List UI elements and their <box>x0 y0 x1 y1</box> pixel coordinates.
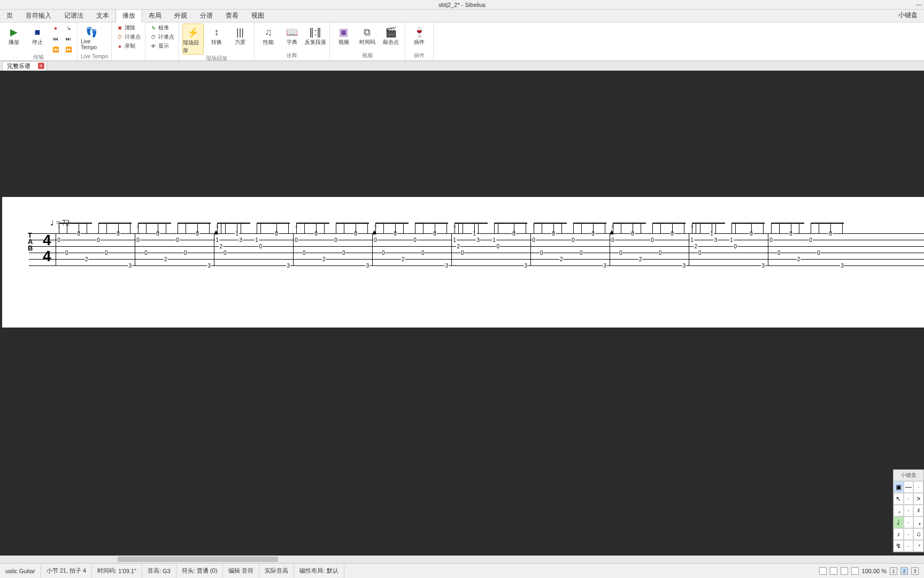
fret-number[interactable]: 0 <box>65 250 69 256</box>
keypad-cell-5-0[interactable]: ↯ <box>894 540 904 552</box>
fret-number[interactable]: 2 <box>797 256 801 262</box>
ribbon-small-录制[interactable]: ●录制 <box>115 42 142 50</box>
ribbon-button-时间码[interactable]: ⧉时间码 <box>357 24 378 46</box>
fret-number[interactable]: 0 <box>532 237 536 243</box>
fret-number[interactable]: 1 <box>690 237 694 243</box>
ribbon-tab-7[interactable]: 分谱 <box>194 9 219 22</box>
keypad-cell-2-0[interactable]: 𝅗 <box>894 505 904 516</box>
fret-number[interactable]: 0 <box>658 250 663 256</box>
keypad-cell-0-0[interactable]: ▣ <box>894 481 904 493</box>
ribbon-button-性能[interactable]: ♫性能 <box>258 24 279 46</box>
fret-number[interactable]: 2 <box>638 256 643 262</box>
transport-button-3[interactable]: ⏭ <box>63 34 74 43</box>
fret-number[interactable]: 0 <box>734 244 738 249</box>
page-3-button[interactable]: 3 <box>911 567 919 575</box>
ribbon-button-播放[interactable]: ▶播放 <box>3 24 25 46</box>
keypad-cell-1-2[interactable]: > <box>913 493 923 505</box>
keypad-cell-3-1[interactable]: · <box>904 516 914 528</box>
keypad-cell-1-0[interactable]: ↖ <box>894 493 904 505</box>
keypad-cell-5-1[interactable]: · <box>904 540 914 552</box>
fret-number[interactable]: 3 <box>239 237 243 243</box>
fret-number[interactable]: 0 <box>496 244 500 249</box>
fret-number[interactable]: 0 <box>650 237 654 243</box>
keypad-cell-3-0[interactable]: ♩ <box>894 516 904 528</box>
fret-number[interactable]: 2 <box>457 244 461 249</box>
fret-number[interactable]: 0 <box>342 250 346 256</box>
fret-number[interactable]: 0 <box>294 237 298 243</box>
transport-button-0[interactable]: ● <box>50 24 61 32</box>
fret-number[interactable]: 0 <box>769 237 773 243</box>
ribbon-right-label[interactable]: 小键盘 <box>892 9 924 22</box>
fret-number[interactable]: 0 <box>421 250 425 256</box>
ribbon-button-Live Tempo[interactable]: 👣Live Tempo <box>81 24 102 50</box>
fret-number[interactable]: 3 <box>444 263 449 269</box>
ribbon-small-计速点[interactable]: ⏱计速点 <box>149 33 175 41</box>
ribbon-tab-2[interactable]: 记谱法 <box>58 9 90 22</box>
fret-number[interactable]: 0 <box>460 250 465 256</box>
ribbon-button-反复段落[interactable]: ‖:‖反复段落 <box>305 24 326 46</box>
fret-number[interactable]: 0 <box>259 244 263 249</box>
fret-number[interactable]: 3 <box>714 237 718 243</box>
view-mode-4[interactable] <box>851 567 859 575</box>
fret-number[interactable]: 1 <box>215 237 219 243</box>
fret-number[interactable]: 3 <box>207 263 211 269</box>
fret-number[interactable]: 3 <box>603 263 607 269</box>
view-mode-1[interactable] <box>819 567 827 575</box>
ribbon-tab-0[interactable]: 页 <box>0 9 19 22</box>
ribbon-button-力度[interactable]: |||力度 <box>229 24 251 46</box>
transport-button-4[interactable]: ⏪ <box>50 45 61 54</box>
score-viewport[interactable]: ♩ = 72 T A B 4 4 10002000320002000331201… <box>0 71 924 553</box>
document-tab[interactable]: 完整乐谱 × <box>2 61 47 71</box>
keypad-cell-1-1[interactable]: · <box>904 493 914 505</box>
ribbon-button-现场回放[interactable]: ⚡现场回放 <box>182 24 204 55</box>
page-1-button[interactable]: 1 <box>890 567 897 575</box>
fret-number[interactable]: 3 <box>523 263 528 269</box>
fret-number[interactable]: 2 <box>219 244 224 249</box>
fret-number[interactable]: 1 <box>255 237 259 243</box>
fret-number[interactable]: 0 <box>302 250 306 256</box>
fret-number[interactable]: 0 <box>373 237 378 243</box>
keypad-cell-4-1[interactable]: · <box>904 528 914 540</box>
fret-number[interactable]: 0 <box>96 237 101 243</box>
ribbon-small-清除[interactable]: ✖清除 <box>115 24 142 32</box>
fret-number[interactable]: 3 <box>840 263 844 269</box>
fret-number[interactable]: 3 <box>476 237 481 243</box>
ribbon-button-字典[interactable]: 📖字典 <box>281 24 303 46</box>
minimize-button[interactable]: — <box>916 1 922 7</box>
fret-number[interactable]: 0 <box>817 250 821 256</box>
fret-number[interactable]: 0 <box>183 250 188 256</box>
fret-number[interactable]: 0 <box>540 250 544 256</box>
keypad-cell-0-2[interactable]: · <box>913 481 923 493</box>
keypad-cell-3-2[interactable]: 𝅘 <box>913 516 923 528</box>
keypad-cell-2-2[interactable]: ♯ <box>913 505 923 516</box>
ribbon-tab-8[interactable]: 查看 <box>219 9 245 22</box>
fret-number[interactable]: 2 <box>559 256 564 262</box>
ribbon-tab-4[interactable]: 播放 <box>116 9 142 22</box>
ribbon-button-插件[interactable]: 🍷插件 <box>409 24 430 46</box>
fret-number[interactable]: 3 <box>682 263 686 269</box>
fret-number[interactable]: 0 <box>136 237 140 243</box>
fret-number[interactable]: 3 <box>128 263 132 269</box>
ribbon-tab-3[interactable]: 文本 <box>90 9 116 22</box>
fret-number[interactable]: 0 <box>571 237 575 243</box>
fret-number[interactable]: 2 <box>164 256 168 262</box>
ribbon-tab-1[interactable]: 音符输入 <box>19 9 58 22</box>
fret-number[interactable]: 0 <box>175 237 180 243</box>
ribbon-button-停止[interactable]: ■停止 <box>27 24 48 46</box>
page-2-button[interactable]: 2 <box>900 567 908 575</box>
ribbon-button-敲击点[interactable]: 🎬敲击点 <box>380 24 402 46</box>
fret-number[interactable]: 0 <box>698 250 702 256</box>
fret-number[interactable]: 0 <box>144 250 148 256</box>
fret-number[interactable]: 3 <box>761 263 765 269</box>
transport-button-5[interactable]: ⏩ <box>63 45 74 54</box>
ribbon-button-视频[interactable]: ▣视频 <box>333 24 355 46</box>
fret-number[interactable]: 1 <box>729 237 734 243</box>
fret-number[interactable]: 2 <box>84 256 89 262</box>
keypad-cell-4-2[interactable]: ♫ <box>913 528 923 540</box>
scrollbar-thumb[interactable] <box>118 557 278 562</box>
keypad-panel[interactable]: 小键盘 ▣—·↖·>𝅗·♯♩·𝅘♪·♫↯·𝄾 <box>893 469 924 552</box>
fret-number[interactable]: 2 <box>322 256 326 262</box>
fret-number[interactable]: 0 <box>619 250 623 256</box>
fret-number[interactable]: 0 <box>381 250 386 256</box>
fret-number[interactable]: 0 <box>57 237 61 243</box>
